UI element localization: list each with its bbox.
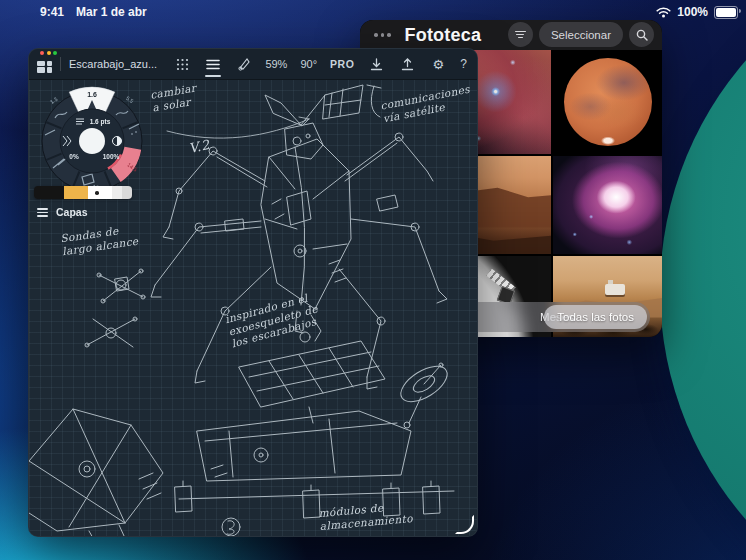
wallpaper-teal-disc [660,0,746,560]
photos-header[interactable]: Fototeca Seleccionar [360,20,662,50]
swatch-white-selected[interactable] [88,186,112,199]
pro-badge[interactable]: PRO [330,58,354,70]
tool-wheel[interactable]: 14.5 1.3 5.5 6.8 1.6 [36,85,148,197]
layers-icon [37,206,48,219]
zoom-window-icon [53,51,57,55]
grid-icon [176,58,189,71]
status-date: Mar 1 de abr [76,5,147,19]
stroke-width-label: 1.6 pts [90,118,111,126]
vector-pen-icon [237,57,251,71]
minimize-icon [47,51,51,55]
opacity-max-label: 100% [103,153,120,160]
ipad-screen: 9:41 Mar 1 de abr 100% [0,0,746,560]
wheel-center-button[interactable] [79,128,105,154]
tools-menu-button-active[interactable] [204,55,222,73]
photos-title: Fototeca [405,25,482,46]
status-time: 9:41 [40,5,64,19]
marker-size-label: 5.5 [125,95,135,104]
layers-button[interactable]: Capas [37,206,88,219]
select-button[interactable]: Seleccionar [539,22,623,47]
swatch-lightgray[interactable] [112,186,122,199]
import-icon [370,58,383,71]
layers-label: Capas [56,206,88,218]
rotation-value[interactable]: 90° [300,58,317,70]
opacity-min-label: 0% [69,153,79,160]
grid-settings-button[interactable] [173,55,191,73]
import-button[interactable] [367,55,385,73]
help-button[interactable]: ? [460,57,467,71]
zoom-level[interactable]: 59% [265,58,287,70]
window-controls-ellipsis-icon[interactable] [374,33,391,37]
sketch-app-window: cambiar a solar V.2 comunicaciones vía s… [28,48,478,537]
gear-icon: ⚙ [432,58,444,71]
export-button[interactable] [398,55,416,73]
rover-silhouette [605,284,625,295]
vector-tool-button[interactable] [235,55,253,73]
sketch-canvas[interactable]: cambiar a solar V.2 comunicaciones vía s… [29,79,478,537]
mars-disc [564,58,652,146]
color-palette-strip [34,186,132,199]
segment-all-photos-selected[interactable]: Todas las fotos [544,305,647,329]
swatch-gray[interactable] [122,186,132,199]
close-icon [40,51,44,55]
swatch-black[interactable] [34,186,64,199]
document-title: Escarabajo_azu... [69,58,157,70]
photos-zoom-segmented-control[interactable]: Meses Todas las fotos [464,302,650,332]
photo-thumbnail-mars-planet[interactable] [553,50,662,154]
menu-lines-icon [206,59,220,70]
search-button[interactable] [629,22,654,47]
search-icon [636,29,648,41]
battery-icon [714,6,738,19]
traffic-light-controls[interactable] [40,51,57,55]
wifi-icon [656,7,671,18]
separator [60,57,61,71]
photo-thumbnail-orion-nebula[interactable] [553,156,662,254]
settings-button[interactable]: ⚙ [429,55,447,73]
export-icon [401,58,414,71]
pencil-size-label: 1.3 [49,96,59,105]
filter-button[interactable] [508,22,533,47]
sketch-titlebar[interactable]: Escarabajo_azu... [29,49,477,80]
swatch-amber[interactable] [64,186,88,199]
battery-percent: 100% [677,5,708,19]
filter-lines-icon [515,29,526,40]
active-size-label: 1.6 [87,91,97,98]
gallery-icon[interactable] [37,61,52,74]
